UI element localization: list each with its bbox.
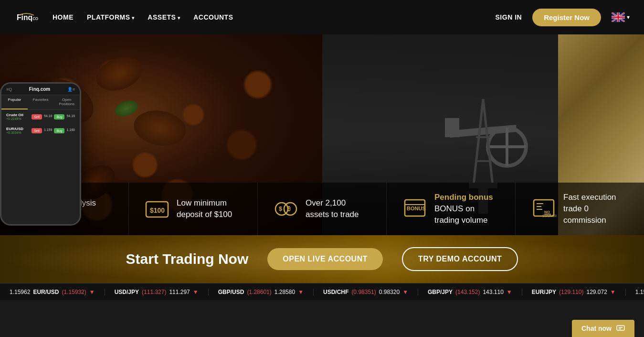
svg-text:₿: ₿ <box>287 206 291 212</box>
svg-text:NO: NO <box>544 210 550 214</box>
nav-platforms[interactable]: PLATFORMS <box>87 13 134 21</box>
ticker-bar: 1.15962 EUR/USD (1.15932) ▼ USD/JPY (111… <box>0 283 644 300</box>
phone-row-crude: Crude Oil +0.2245% Sell 54.16 Buy 54.19 <box>1 110 80 124</box>
nav-assets[interactable]: ASSETS <box>148 13 180 21</box>
ticker-item-usdchf: USD/CHF (0.98351) 0.98320 ▼ <box>314 289 418 295</box>
nav-home[interactable]: HOME <box>53 13 74 21</box>
svg-rect-6 <box>445 118 459 137</box>
svg-line-10 <box>474 99 483 185</box>
chat-now-widget[interactable]: Chat now <box>572 320 634 324</box>
ticker-inner: 1.15962 EUR/USD (1.15932) ▼ USD/JPY (111… <box>0 289 644 295</box>
navbar: Finq .com HOME PLATFORMS ASSETS ACCOUNTS… <box>0 0 644 34</box>
svg-line-11 <box>483 99 493 185</box>
svg-text:Finq: Finq <box>17 13 32 22</box>
ticker-item-gbpusd: GBP/USD (1.28601) 1.28580 ▼ <box>209 289 314 295</box>
sign-in-link[interactable]: SIGN IN <box>496 13 522 21</box>
feature-assets-text: Over 2,100 assets to trade <box>306 197 371 220</box>
register-button[interactable]: Register Now <box>532 9 601 26</box>
nav-accounts[interactable]: ACCOUNTS <box>193 13 233 21</box>
svg-text:.com: .com <box>31 15 38 21</box>
phone-row-eurusd: EUR/USD +0.3034% Sell 1.159 Buy 1.160 <box>1 124 80 138</box>
assets-icon: $ ₿ <box>273 196 299 222</box>
open-live-account-button[interactable]: OPEN LIVE ACCOUNT <box>267 248 383 270</box>
phone-tab-favorites[interactable]: Favorites <box>28 95 54 109</box>
svg-text:COMMISSION: COMMISSION <box>542 214 557 217</box>
commission-icon: NO COMMISSION <box>531 196 557 222</box>
feature-commission: NO COMMISSION Fast executiontrade 0commi… <box>516 183 644 235</box>
svg-text:$: $ <box>279 205 283 212</box>
feature-bonus-text: Pending bonus BONUS on trading volume <box>434 192 500 226</box>
sell-label: Sell <box>32 114 42 120</box>
buy-label: Buy <box>54 114 64 120</box>
ticker-item-eurusd-2: 1.15962 EUR/USD (1.15932) ▼ <box>626 289 644 295</box>
nav-right: SIGN IN Register Now ▾ <box>496 9 630 26</box>
language-selector[interactable]: ▾ <box>612 12 630 22</box>
feature-deposit: $100 Low minimum deposit of $100 <box>129 183 258 235</box>
svg-text:BONUS: BONUS <box>407 206 426 211</box>
phone-tab-positions[interactable]: Open Positions <box>53 95 80 109</box>
hero-section: ≡Q Finq.com 👤≡ Popular Favorites Open Po… <box>0 34 644 235</box>
cta-title: Start Trading Now <box>126 251 249 267</box>
bonus-icon: BONUS <box>402 196 428 222</box>
sell-label-2: Sell <box>32 128 42 133</box>
ticker-item-eurusd: 1.15962 EUR/USD (1.15932) ▼ <box>0 289 105 295</box>
feature-bonus: BONUS Pending bonus BONUS on trading vol… <box>387 183 516 235</box>
cta-bar: Start Trading Now OPEN LIVE ACCOUNT TRY … <box>0 235 644 283</box>
buy-label-2: Buy <box>54 128 64 133</box>
svg-text:$100: $100 <box>150 207 165 214</box>
feature-assets: $ ₿ Over 2,100 assets to trade <box>258 183 387 235</box>
ticker-item-eurjpy: EUR/JPY (129.110) 129.072 ▼ <box>522 289 626 295</box>
try-demo-button[interactable]: TRY DEMO ACCOUNT <box>402 247 518 271</box>
phone-tab-popular[interactable]: Popular <box>1 95 28 109</box>
feature-commission-text: Fast executiontrade 0commission <box>563 192 616 226</box>
ticker-item-gbpjpy: GBP/JPY (143.152) 143.110 ▼ <box>418 289 522 295</box>
phone-mockup: ≡Q Finq.com 👤≡ Popular Favorites Open Po… <box>0 82 88 187</box>
features-bar: Free analysis tools $100 Low minimum dep… <box>0 183 644 235</box>
logo[interactable]: Finq .com <box>14 12 38 22</box>
deposit-icon: $100 <box>144 196 170 222</box>
ticker-item-usdjpy: USD/JPY (111.327) 111.297 ▼ <box>105 289 209 295</box>
nav-links: HOME PLATFORMS ASSETS ACCOUNTS <box>53 13 481 21</box>
svg-rect-27 <box>534 200 554 216</box>
feature-deposit-text: Low minimum deposit of $100 <box>177 197 242 220</box>
